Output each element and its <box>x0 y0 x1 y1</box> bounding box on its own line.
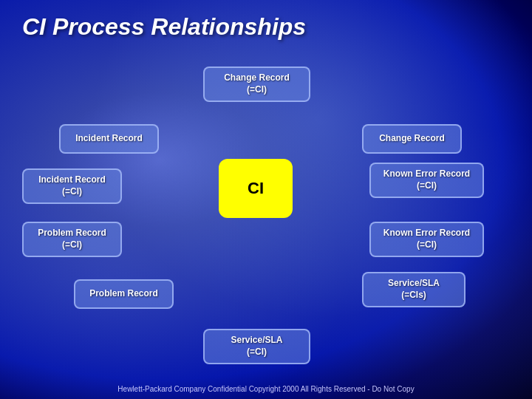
service-sla-bottom: Service/SLA(=CI) <box>203 329 310 364</box>
footer-text: Hewlett-Packard Company Confidential Cop… <box>0 385 532 393</box>
known-error-right-bottom: Known Error Record(=CI) <box>369 222 484 257</box>
change-record-top: Change Record(=CI) <box>203 66 310 102</box>
slide: CI Process Relationships CI Change Recor… <box>0 0 532 399</box>
incident-record-ci: Incident Record(=CI) <box>22 168 122 204</box>
center-node: CI <box>219 159 293 218</box>
problem-record: Problem Record <box>74 279 174 309</box>
page-title: CI Process Relationships <box>22 13 306 41</box>
known-error-right-top: Known Error Record(=CI) <box>369 163 484 198</box>
incident-record: Incident Record <box>59 124 159 154</box>
service-sla-right: Service/SLA(=CIs) <box>362 272 466 307</box>
change-record-right: Change Record <box>362 124 462 154</box>
problem-record-ci: Problem Record(=CI) <box>22 222 122 257</box>
